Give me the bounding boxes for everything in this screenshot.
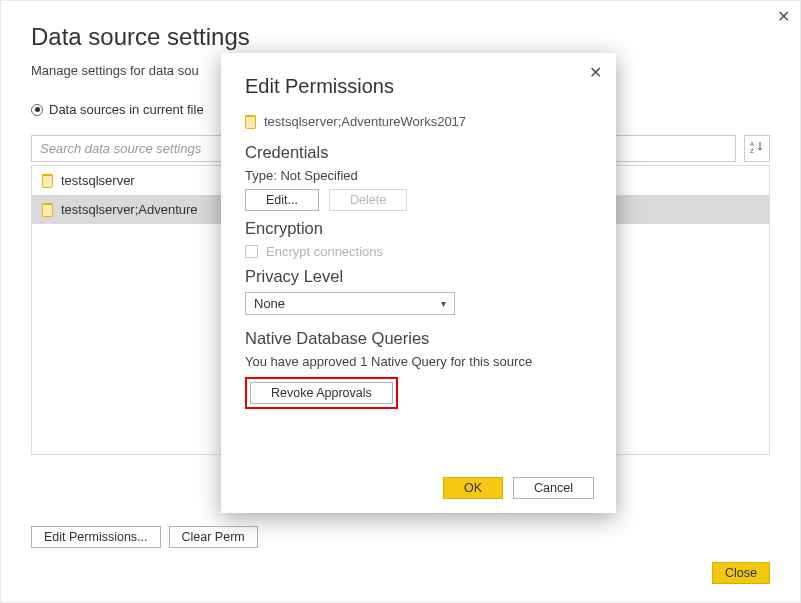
edit-credentials-button[interactable]: Edit... — [245, 189, 319, 211]
svg-text:Z: Z — [750, 148, 754, 154]
close-icon[interactable]: ✕ — [777, 7, 790, 26]
close-button[interactable]: Close — [712, 562, 770, 584]
close-icon[interactable]: ✕ — [589, 63, 602, 82]
revoke-approvals-button[interactable]: Revoke Approvals — [250, 382, 393, 404]
revoke-highlight: Revoke Approvals — [245, 377, 398, 409]
credentials-heading: Credentials — [245, 143, 592, 162]
chevron-down-icon: ▾ — [441, 298, 446, 309]
credentials-type: Type: Not Specified — [245, 168, 592, 183]
native-queries-message: You have approved 1 Native Query for thi… — [245, 354, 592, 369]
sort-icon: A Z — [750, 140, 764, 157]
encryption-heading: Encryption — [245, 219, 592, 238]
list-item-label: testsqlserver — [61, 173, 135, 188]
database-icon — [245, 115, 256, 129]
privacy-level-select[interactable]: None ▾ — [245, 292, 455, 315]
clear-permissions-button[interactable]: Clear Perm — [169, 526, 258, 548]
native-queries-heading: Native Database Queries — [245, 329, 592, 348]
sort-button[interactable]: A Z — [744, 135, 770, 162]
svg-text:A: A — [750, 141, 754, 147]
delete-credentials-button: Delete — [329, 189, 407, 211]
select-value: None — [254, 296, 285, 311]
list-item-label: testsqlserver;Adventure — [61, 202, 198, 217]
dialog-source-name: testsqlserver;AdventureWorks2017 — [264, 114, 466, 129]
ok-button[interactable]: OK — [443, 477, 503, 499]
cancel-button[interactable]: Cancel — [513, 477, 594, 499]
privacy-heading: Privacy Level — [245, 267, 592, 286]
radio-icon — [31, 104, 43, 116]
radio-label: Data sources in current file — [49, 102, 204, 117]
encrypt-connections-checkbox: Encrypt connections — [245, 244, 592, 259]
checkbox-icon — [245, 245, 258, 258]
edit-permissions-dialog: ✕ Edit Permissions testsqlserver;Adventu… — [221, 53, 616, 513]
checkbox-label: Encrypt connections — [266, 244, 383, 259]
dialog-title: Edit Permissions — [245, 75, 592, 98]
database-icon — [42, 203, 53, 217]
edit-permissions-button[interactable]: Edit Permissions... — [31, 526, 161, 548]
database-icon — [42, 174, 53, 188]
page-title: Data source settings — [31, 23, 770, 51]
